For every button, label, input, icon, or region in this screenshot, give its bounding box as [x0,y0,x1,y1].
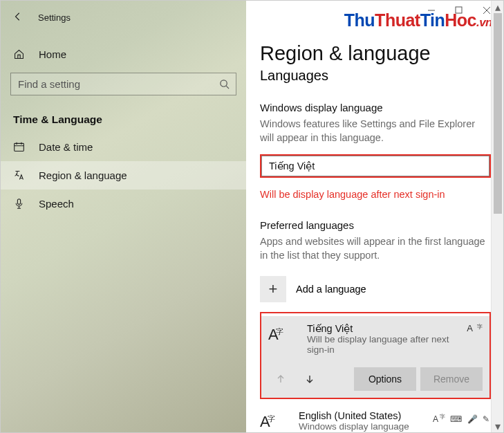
close-button[interactable] [483,5,491,17]
nav-group-title: Time & Language [1,107,246,133]
language-glyph-icon: A字 [268,323,297,344]
back-button[interactable] [13,12,23,24]
scrollbar[interactable]: ▴ ▾ [491,1,503,432]
display-language-value: Tiếng Việt [269,160,315,172]
scroll-thumb[interactable] [494,13,502,214]
minimize-button[interactable] [427,5,436,17]
language-feature-icons: A字 ⌨ 🎤 ✎ [433,410,491,424]
move-down-button[interactable] [297,367,322,391]
search-input[interactable] [10,73,236,95]
maximize-button[interactable] [455,5,463,17]
language-sub: Windows display language [299,421,423,432]
page-subtitle: Languages [260,68,491,84]
add-language-button[interactable]: + Add a language [260,273,491,305]
main-panel: ThuThuatTinHoc.vn Region & language Lang… [246,1,503,432]
plus-icon: + [260,276,286,302]
add-language-label: Add a language [296,284,366,295]
display-language-heading: Windows display language [260,102,491,113]
sidebar-item-date-time[interactable]: Date & time [1,133,246,161]
language-glyph-icon: A字 [260,410,289,431]
nav-home[interactable]: Home [1,42,246,67]
sidebar-item-label: Region & language [39,169,127,181]
settings-sidebar: Settings Home Time & Language Date & tim… [1,1,246,432]
highlight-selected-language: A字 Tiếng Việt Will be display language a… [260,312,491,399]
svg-rect-1 [15,143,24,151]
highlight-display-language: Tiếng Việt [260,154,491,178]
display-language-status: Will be display language after next sign… [260,189,491,200]
language-sub: Will be display language after next sign… [307,334,457,355]
preferred-languages-heading: Preferred languages [260,219,491,231]
svg-point-0 [221,80,227,86]
display-language-select[interactable]: Tiếng Việt [261,156,489,176]
scroll-down-icon[interactable]: ▾ [492,420,503,432]
sidebar-item-speech[interactable]: Speech [1,190,246,218]
remove-button: Remove [420,367,483,391]
language-card-tieng-viet[interactable]: A字 Tiếng Việt Will be display language a… [261,316,489,398]
language-name: Tiếng Việt [307,323,457,334]
search-box[interactable] [10,73,236,95]
svg-rect-3 [456,7,462,13]
search-icon [219,79,230,89]
sidebar-item-label: Date & time [39,141,93,153]
svg-rect-2 [17,199,20,205]
page-title: Region & language [260,42,491,65]
nav-home-label: Home [39,48,66,60]
sidebar-item-region-language[interactable]: Region & language [1,161,246,190]
language-name: English (United States) [299,410,423,421]
display-language-helper: Windows features like Settings and File … [260,118,491,145]
language-card-english-us[interactable]: A字 English (United States) Windows displ… [260,407,491,432]
preferred-languages-helper: Apps and websites will appear in the fir… [260,235,491,262]
scroll-up-icon[interactable]: ▴ [492,1,503,13]
window-controls [427,5,491,17]
options-button[interactable]: Options [354,367,416,391]
sidebar-item-label: Speech [39,198,74,210]
language-feature-icons: A字 [467,323,483,333]
move-up-button [268,367,293,391]
settings-title: Settings [38,12,71,23]
